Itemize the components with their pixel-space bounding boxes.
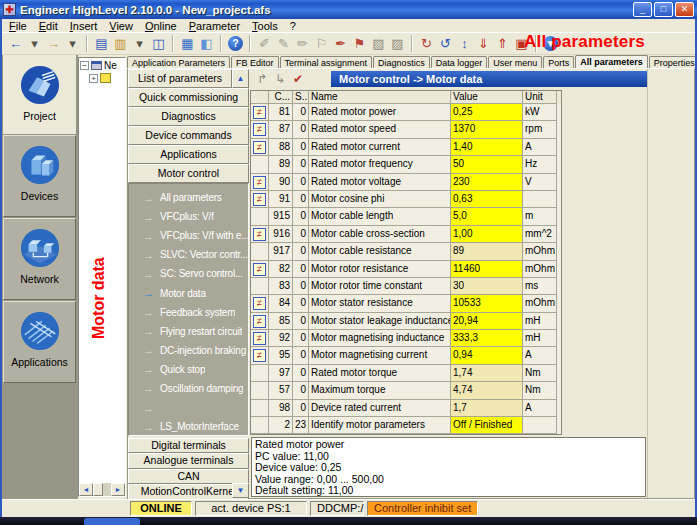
cell-value[interactable]: 1,00 [451, 226, 523, 243]
collapse-icon[interactable]: − [80, 61, 89, 70]
cell-value[interactable]: Off / Finished [451, 417, 523, 434]
cell-value[interactable]: 5,0 [451, 208, 523, 225]
navigate-forward-icon[interactable]: → [45, 35, 62, 52]
download-parameters-icon[interactable]: ⇓ [475, 35, 492, 52]
edit-device-icon[interactable]: ✎ [275, 35, 292, 52]
cell-value[interactable]: 20,94 [451, 313, 523, 330]
cascade-windows-icon[interactable]: ▧ [370, 35, 387, 52]
help-icon[interactable]: ? [228, 36, 243, 51]
terminal-group-button[interactable]: Analogue terminals [128, 453, 249, 468]
cell-value[interactable]: 230 [451, 174, 523, 191]
insert-marker-icon[interactable]: ✒ [332, 35, 349, 52]
parameter-list-item[interactable]: → VFCplus: V/f [129, 207, 248, 226]
scroll-thumb[interactable] [93, 483, 103, 496]
terminal-group-button[interactable]: Digital terminals [128, 438, 249, 453]
scroll-up-icon[interactable]: ▲ [232, 69, 249, 88]
menu-item[interactable]: File [4, 20, 32, 32]
cell-value[interactable]: 0,25 [451, 104, 523, 121]
sidebar-item-network[interactable]: Network [3, 218, 76, 300]
parameter-group-button[interactable]: Motor control [128, 164, 249, 183]
parameter-list-item[interactable]: → DC-injection braking [129, 341, 248, 360]
cell-value[interactable]: 11460 [451, 261, 523, 278]
accept-values-icon[interactable]: ✔ [290, 71, 306, 87]
menu-item[interactable]: View [104, 20, 138, 32]
parameter-group-button[interactable]: Device commands [128, 126, 249, 145]
parameter-list-item[interactable]: → Flying restart circuit [129, 322, 248, 341]
menu-item[interactable]: Tools [247, 20, 283, 32]
cell-value[interactable]: 1,7 [451, 400, 523, 417]
header-unit[interactable]: Unit [523, 91, 557, 104]
parameter-list-item[interactable]: → SC: Servo control... [129, 264, 248, 283]
login-device-icon[interactable]: ↕ [456, 35, 473, 52]
tile-windows-icon[interactable]: ▨ [389, 35, 406, 52]
cell-value[interactable]: 1,40 [451, 139, 523, 156]
open-project-icon[interactable]: ▥ [112, 35, 129, 52]
write-parameter-icon[interactable]: ↱ [254, 71, 270, 87]
menu-item[interactable]: Edit [34, 20, 63, 32]
parameter-group-button[interactable]: Quick commissioning [128, 88, 249, 107]
table-row[interactable]: ≠ 81 0 Rated motor power 0,25 kW [251, 104, 561, 121]
tab[interactable]: Data logger [431, 56, 488, 68]
cell-value[interactable]: 4,74 [451, 382, 523, 399]
cell-value[interactable]: 1370 [451, 121, 523, 138]
tree-node-root[interactable]: − Ne [80, 60, 125, 71]
cell-value[interactable]: 30 [451, 278, 523, 295]
scroll-right-icon[interactable]: ► [111, 483, 125, 496]
parameter-list-item[interactable]: → Oscillation damping [129, 379, 248, 398]
parameter-list-item[interactable]: → SLVC: Vector contr... [129, 245, 248, 264]
parameter-list-item[interactable]: → [129, 398, 248, 417]
menu-item[interactable]: Insert [65, 20, 103, 32]
insert-device-icon[interactable]: ✐ [256, 35, 273, 52]
tab[interactable]: Ports [543, 56, 574, 68]
table-row[interactable]: ≠ 57 0 Maximum torque 4,74 Nm [251, 382, 561, 399]
read-parameter-icon[interactable]: ↳ [272, 71, 288, 87]
navigate-forward-menu-caret[interactable]: ▾ [64, 35, 81, 52]
parameter-list-item[interactable]: → VFCplus: V/f with e... [129, 226, 248, 245]
tab[interactable]: User menu [488, 56, 542, 68]
tree-horizontal-scrollbar[interactable]: ◄ ► [79, 483, 125, 496]
set-marker-icon[interactable]: ⚑ [351, 35, 368, 52]
table-row[interactable]: ≠ 2 23 Identify motor parameters Off / F… [251, 417, 561, 434]
cell-value[interactable]: 0,63 [451, 191, 523, 208]
cell-value[interactable]: 89 [451, 243, 523, 260]
table-row[interactable]: ≠ 97 0 Rated motor torque 1,74 Nm [251, 365, 561, 382]
cell-value[interactable]: 10533 [451, 295, 523, 312]
sidebar-item-devices[interactable]: Devices [3, 135, 76, 217]
table-row[interactable]: ≠ 87 0 Rated motor speed 1370 rpm [251, 121, 561, 138]
expand-icon[interactable]: + [89, 74, 98, 83]
parameter-group-button[interactable]: List of parameters [128, 69, 232, 88]
table-row[interactable]: ≠ 917 0 Motor cable resistance 89 mOhm [251, 243, 561, 260]
table-row[interactable]: ≠ 85 0 Motor stator leakage inductance 2… [251, 313, 561, 330]
parameter-list-item[interactable]: → All parameters [129, 188, 248, 207]
parameter-group-button[interactable]: Diagnostics [128, 107, 249, 126]
navigate-back-icon[interactable]: ← [7, 35, 24, 52]
scroll-down-icon[interactable]: ▼ [232, 483, 249, 498]
taskbar-button[interactable] [84, 518, 140, 525]
detach-icon[interactable]: ✏ [294, 35, 311, 52]
tab[interactable]: Diagnostics [373, 56, 430, 68]
tab[interactable]: FB Editor [231, 56, 279, 68]
terminal-group-button[interactable]: MotionControlKernel [128, 484, 249, 499]
parameter-group-button[interactable]: Applications [128, 145, 249, 164]
table-row[interactable]: ≠ 915 0 Motor cable length 5,0 m [251, 208, 561, 225]
header-name[interactable]: Name [309, 91, 451, 104]
cell-value[interactable]: 1,74 [451, 365, 523, 382]
sidebar-item-applications[interactable]: Applications [3, 301, 76, 383]
cell-value[interactable]: 333,3 [451, 330, 523, 347]
minimize-button[interactable]: _ [633, 2, 652, 17]
cell-value[interactable]: 0,94 [451, 347, 523, 364]
table-row[interactable]: ≠ 92 0 Motor magnetising inductance 333,… [251, 330, 561, 347]
cell-value[interactable]: 50 [451, 156, 523, 173]
table-row[interactable]: ≠ 83 0 Motor rotor time constant 30 ms [251, 278, 561, 295]
tree-node-device[interactable]: + [89, 73, 125, 83]
navigate-back-menu-caret[interactable]: ▾ [26, 35, 43, 52]
scroll-left-icon[interactable]: ◄ [79, 483, 93, 496]
sidebar-item-project[interactable]: Project [3, 55, 76, 134]
go-online-icon[interactable]: ↻ [418, 35, 435, 52]
header-sub[interactable]: S... [293, 91, 309, 104]
new-project-icon[interactable]: ▤ [93, 35, 110, 52]
table-row[interactable]: ≠ 95 0 Motor magnetising current 0,94 A [251, 347, 561, 364]
table-row[interactable]: ≠ 91 0 Motor cosine phi 0,63 [251, 191, 561, 208]
menu-item[interactable]: Online [140, 20, 182, 32]
parameter-list-item[interactable]: → Feedback system [129, 303, 248, 322]
